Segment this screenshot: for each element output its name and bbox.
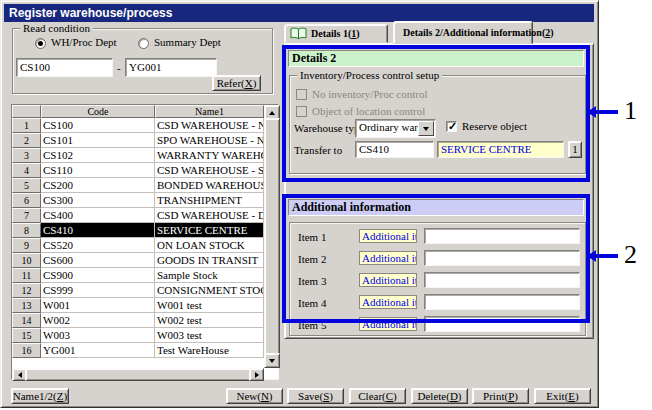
screenshot-canvas: Register warehouse/process Read conditio… xyxy=(0,0,652,410)
name-cell: CONSIGNMENT STOCK TO xyxy=(155,283,264,298)
row-number: 8 xyxy=(12,223,41,238)
code-cell: W003 xyxy=(41,328,155,343)
row-number: 4 xyxy=(12,163,41,178)
row-number: 16 xyxy=(12,343,41,358)
item3-input[interactable] xyxy=(424,272,580,288)
table-vertical-scrollbar[interactable] xyxy=(264,105,278,368)
name-cell: GOODS IN TRANSIT xyxy=(155,253,264,268)
transfer-to-input[interactable]: CS410 xyxy=(355,141,434,158)
item2-input[interactable] xyxy=(424,250,580,266)
table-row[interactable]: 10CS600GOODS IN TRANSIT xyxy=(12,253,278,268)
table-row[interactable]: 1CS100CSD WAREHOUSE - NORMAL xyxy=(12,118,278,133)
table-row[interactable]: 7CS400CSD WAREHOUSE - DAMAGED xyxy=(12,208,278,223)
transfer-refer-button[interactable]: 1 xyxy=(568,141,582,158)
wh-proc-dept-radio[interactable] xyxy=(35,38,46,49)
item1-input[interactable] xyxy=(424,228,580,244)
name12-button[interactable]: Name1/2(Z) xyxy=(11,388,69,404)
read-condition-label: Read condition xyxy=(20,22,93,34)
table-row[interactable]: 4CS110CSD WAREHOUSE - SECOND xyxy=(12,163,278,178)
table-row[interactable]: 12CS999CONSIGNMENT STOCK TO xyxy=(12,283,278,298)
no-inventory-checkbox[interactable] xyxy=(296,89,307,100)
scroll-right-icon xyxy=(255,372,259,378)
name-cell: WARRANTY WAREHOUSE - xyxy=(155,148,264,163)
tab-details-2-label: Details 2/Additional information(2) xyxy=(403,27,554,38)
range-separator: - xyxy=(117,62,121,74)
code-cell: CS101 xyxy=(41,133,155,148)
delete-button[interactable]: Delete(D) xyxy=(411,388,468,404)
item4-input[interactable] xyxy=(424,294,580,310)
print-button[interactable]: Print(P) xyxy=(472,388,529,404)
table-row[interactable]: 13W001W001 test xyxy=(12,298,278,313)
callout-1-arrow xyxy=(596,110,618,114)
code-cell: CS900 xyxy=(41,268,155,283)
horizontal-scroll-thumb[interactable] xyxy=(25,368,253,381)
code-cell: CS600 xyxy=(41,253,155,268)
name-cell: TRANSHIPMENT xyxy=(155,193,264,208)
item5-label: Item 5 xyxy=(298,319,326,331)
open-book-icon xyxy=(290,27,307,40)
tab-details-1[interactable]: Details 1(1) xyxy=(284,24,388,43)
exit-button[interactable]: Exit(E) xyxy=(534,388,591,404)
table-row[interactable]: 6CS300TRANSHIPMENT xyxy=(12,193,278,208)
scroll-left-icon xyxy=(18,372,22,378)
row-number: 6 xyxy=(12,193,41,208)
details2-header-label: Details 2 xyxy=(292,51,336,65)
name-cell: CSD WAREHOUSE - NORMAL xyxy=(155,118,264,133)
scroll-down-button[interactable] xyxy=(264,353,280,368)
tab-details-1-label: Details 1(1) xyxy=(311,28,360,39)
callout-1-number: 1 xyxy=(624,98,637,124)
item5-input[interactable] xyxy=(424,316,580,332)
callout-2-number: 2 xyxy=(624,242,637,268)
table-row-selected[interactable]: 8CS410SERVICE CENTRE xyxy=(12,223,278,238)
code-cell: CS100 xyxy=(41,118,155,133)
location-control-checkbox[interactable] xyxy=(296,106,307,117)
clear-button[interactable]: Clear(C) xyxy=(349,388,406,404)
name-cell: W002 test xyxy=(155,313,264,328)
row-number: 14 xyxy=(12,313,41,328)
tab-details-2-additional[interactable]: Details 2/Additional information(2) xyxy=(393,21,533,44)
table-row[interactable]: 9CS520ON LOAN STOCK xyxy=(12,238,278,253)
row-number: 9 xyxy=(12,238,41,253)
row-number: 11 xyxy=(12,268,41,283)
row-number: 15 xyxy=(12,328,41,343)
item5-tag: Additional item5 xyxy=(359,317,417,331)
summary-dept-radio[interactable] xyxy=(138,38,149,49)
dropdown-arrow-button[interactable] xyxy=(418,121,434,136)
table-horizontal-scrollbar[interactable] xyxy=(12,368,264,379)
dept-from-input[interactable]: CS100 xyxy=(16,58,113,77)
read-condition-group: Read condition WH/Proc Dept Summary Dept… xyxy=(12,28,273,94)
header-name1[interactable]: Name1 xyxy=(155,105,264,118)
row-number: 12 xyxy=(12,283,41,298)
row-number: 2 xyxy=(12,133,41,148)
title-bar[interactable]: Register warehouse/process xyxy=(4,4,594,22)
scroll-right-button[interactable] xyxy=(249,368,264,381)
table-row[interactable]: 5CS200BONDED WAREHOUSE xyxy=(12,178,278,193)
code-cell: YG001 xyxy=(41,343,155,358)
table-row[interactable]: 3CS102WARRANTY WAREHOUSE - xyxy=(12,148,278,163)
table-row[interactable]: 16YG001Test WareHouse xyxy=(12,343,278,358)
header-code[interactable]: Code xyxy=(41,105,155,118)
item4-tag: Additional item4 xyxy=(359,295,417,309)
header-rownum[interactable] xyxy=(12,105,41,118)
warehouse-type-dropdown[interactable]: Ordinary warehouse xyxy=(355,119,436,138)
name-cell: SPO WAREHOUSE - NORMAL xyxy=(155,133,264,148)
refer-button[interactable]: Refer(X) xyxy=(212,75,261,91)
item2-tag: Additional item2 xyxy=(359,251,417,265)
window-title: Register warehouse/process xyxy=(9,6,172,20)
table-row[interactable]: 15W003W003 test xyxy=(12,328,278,343)
item3-tag: Additional item3 xyxy=(359,273,417,287)
new-button[interactable]: New(N) xyxy=(226,388,283,404)
table-row[interactable]: 11CS900Sample Stock xyxy=(12,268,278,283)
warehouse-type-value: Ordinary warehouse xyxy=(356,120,418,135)
table-row[interactable]: 2CS101SPO WAREHOUSE - NORMAL xyxy=(12,133,278,148)
callout-2-arrow xyxy=(596,254,618,258)
wh-proc-dept-radio-label[interactable]: WH/Proc Dept xyxy=(51,36,117,48)
table-row[interactable]: 14W002W002 test xyxy=(12,313,278,328)
summary-dept-radio-label[interactable]: Summary Dept xyxy=(154,36,221,48)
dept-to-input[interactable]: YG001 xyxy=(125,58,217,77)
reserve-object-checkbox[interactable] xyxy=(446,121,457,132)
additional-info-header: Additional information xyxy=(288,199,584,216)
vertical-scroll-thumb[interactable] xyxy=(264,118,280,357)
save-button[interactable]: Save(S) xyxy=(287,388,344,404)
transfer-to-name-field: SERVICE CENTRE xyxy=(437,141,564,158)
